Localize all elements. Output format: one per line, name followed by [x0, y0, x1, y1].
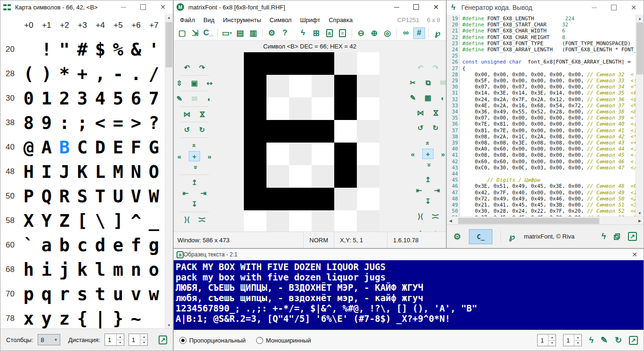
- pixel-cell[interactable]: [266, 143, 289, 165]
- char-cell[interactable]: ": [56, 37, 73, 62]
- scale-x-stepper[interactable]: 1 ▲▼: [537, 334, 556, 346]
- char-cell[interactable]: <: [91, 111, 109, 135]
- pixel-cell[interactable]: [244, 210, 266, 233]
- save-as-button[interactable]: ▥: [247, 27, 259, 39]
- char-cell[interactable]: k: [73, 257, 91, 282]
- menu-item[interactable]: Символ: [266, 15, 296, 25]
- pixel-cell[interactable]: [312, 188, 334, 210]
- char-cell[interactable]: /: [145, 62, 163, 86]
- pixel-cell[interactable]: [357, 210, 379, 233]
- char-cell[interactable]: a: [38, 233, 56, 257]
- pixel-cell[interactable]: [244, 75, 266, 97]
- menu-item[interactable]: Шрифт: [296, 15, 324, 25]
- pixel-cell[interactable]: [312, 97, 334, 120]
- align-left-button[interactable]: ⇤: [180, 188, 191, 199]
- code-vertical-scrollbar[interactable]: ▲ ▼: [636, 15, 644, 217]
- distance-y-stepper[interactable]: 1 ▲▼: [129, 334, 148, 346]
- align-right-button[interactable]: ⇥: [431, 185, 443, 196]
- char-cell[interactable]: 9: [38, 111, 56, 135]
- pixel-cell[interactable]: [266, 165, 289, 188]
- scrollbar-thumb[interactable]: [458, 218, 599, 224]
- pixel-cell[interactable]: [289, 143, 312, 165]
- char-cell[interactable]: B: [56, 135, 73, 160]
- shift-up-button[interactable]: «: [422, 138, 434, 148]
- char-cell[interactable]: 7: [145, 86, 163, 111]
- pixel-cell[interactable]: [334, 188, 357, 210]
- char-cell[interactable]: 4: [91, 86, 109, 111]
- maximize-icon[interactable]: [611, 4, 617, 11]
- pixel-cell[interactable]: [312, 52, 334, 75]
- align-bottom-button[interactable]: ↧: [189, 199, 200, 209]
- char-cell[interactable]: j: [56, 257, 73, 282]
- rotate-ccw-button[interactable]: ↺: [181, 125, 193, 135]
- char-cell[interactable]: i: [38, 257, 56, 282]
- pixel-cell[interactable]: [266, 52, 289, 75]
- char-cell[interactable]: z: [56, 306, 73, 329]
- char-cell[interactable]: {: [73, 306, 91, 329]
- shift-left-button[interactable]: «: [407, 149, 419, 159]
- gear-icon[interactable]: ⚙: [453, 231, 461, 242]
- pixel-cell[interactable]: [312, 210, 334, 233]
- char-cell[interactable]: _: [145, 208, 163, 233]
- char-cell[interactable]: 2: [56, 86, 73, 111]
- pixel-cell[interactable]: [244, 120, 266, 143]
- generate-icon[interactable]: ϟ: [589, 335, 594, 345]
- char-cell[interactable]: }: [109, 306, 127, 329]
- fill-button[interactable]: ✎: [407, 93, 419, 103]
- char-cell[interactable]: v: [127, 282, 145, 306]
- char-cell[interactable]: [: [73, 208, 91, 233]
- step-down-icon[interactable]: ▼: [574, 341, 581, 346]
- char-cell[interactable]: s: [73, 282, 91, 306]
- char-cell[interactable]: 6: [127, 86, 145, 111]
- pixel-cell[interactable]: [244, 143, 266, 165]
- flip-vertical-button[interactable]: ⋈: [196, 109, 208, 120]
- char-cell[interactable]: @: [20, 135, 38, 160]
- char-cell[interactable]: #: [73, 37, 91, 62]
- align-bottom-button[interactable]: ↧: [422, 196, 434, 207]
- scroll-up-icon[interactable]: ▲: [636, 15, 644, 22]
- char-cell[interactable]: `: [20, 233, 38, 257]
- proportional-radio[interactable]: Пропорциональный: [179, 337, 246, 344]
- zoom-fit-button[interactable]: ◎: [381, 27, 393, 39]
- char-cell[interactable]: .: [127, 62, 145, 86]
- char-cell[interactable]: Y: [38, 208, 56, 233]
- char-cell[interactable]: N: [127, 160, 145, 184]
- pixel-cell[interactable]: [334, 97, 357, 120]
- char-cell[interactable]: :: [56, 111, 73, 135]
- char-cell[interactable]: x: [20, 306, 38, 329]
- zoom-out-button[interactable]: ⊖: [355, 27, 367, 39]
- code-output-button[interactable]: ≡: [337, 27, 348, 39]
- char-height-button[interactable]: ⇳: [174, 78, 185, 88]
- export-icon[interactable]: ↗: [159, 335, 167, 344]
- shift-up-button[interactable]: «: [189, 140, 200, 151]
- char-cell[interactable]: [20, 37, 38, 62]
- char-cell[interactable]: R: [56, 184, 73, 208]
- char-cell[interactable]: 3: [73, 86, 91, 111]
- code-horizontal-scrollbar[interactable]: ◀ ▶: [447, 216, 644, 225]
- char-cell[interactable]: l: [91, 257, 109, 282]
- pixel-cell[interactable]: [312, 120, 334, 143]
- char-cell[interactable]: n: [127, 257, 145, 282]
- open-button[interactable]: ▭▾: [221, 27, 233, 39]
- pixel-cell[interactable]: [357, 75, 379, 97]
- pixel-cell[interactable]: [312, 75, 334, 97]
- copy-icon[interactable]: [614, 233, 620, 240]
- refresh-icon[interactable]: ↻: [615, 335, 622, 345]
- pixel-cell[interactable]: [312, 165, 334, 188]
- pixel-cell[interactable]: [357, 143, 379, 165]
- pixel-cell[interactable]: [357, 52, 379, 75]
- maximize-icon[interactable]: [413, 4, 419, 10]
- shift-right-button[interactable]: »: [204, 151, 215, 161]
- char-cell[interactable]: f: [127, 233, 145, 257]
- char-cell[interactable]: T: [91, 184, 109, 208]
- char-cell[interactable]: ): [38, 62, 56, 86]
- step-down-icon[interactable]: ▼: [548, 341, 555, 346]
- pixel-cell[interactable]: [244, 188, 266, 210]
- redo-button[interactable]: ↷: [196, 63, 208, 73]
- char-cell[interactable]: u: [109, 282, 127, 306]
- export-icon[interactable]: ↗: [628, 232, 637, 241]
- char-cell[interactable]: !: [38, 37, 56, 62]
- minimize-icon[interactable]: [591, 4, 597, 11]
- char-width-button[interactable]: ⇿: [204, 78, 215, 88]
- char-cell[interactable]: ': [145, 37, 163, 62]
